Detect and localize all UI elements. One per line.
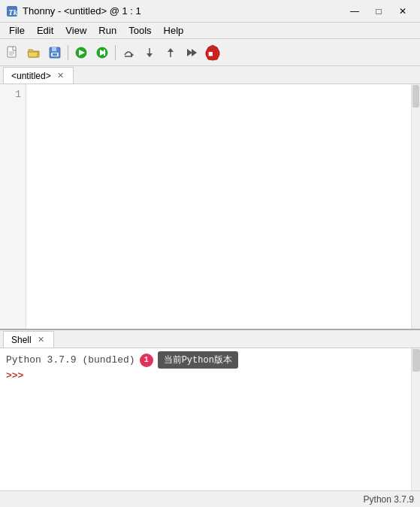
minimize-button[interactable]: — [343, 4, 366, 19]
menu-help[interactable]: Help [158, 23, 190, 38]
editor-tab-bar: <untitled> ✕ [0, 66, 420, 84]
maximize-button[interactable]: □ [367, 4, 390, 19]
shell-tab[interactable]: Shell ✕ [3, 331, 54, 348]
debug-icon [95, 46, 109, 59]
step-out-icon [164, 46, 177, 59]
shell-scrollbar-thumb[interactable] [412, 349, 420, 372]
svg-marker-22 [192, 49, 197, 56]
svg-rect-7 [52, 47, 56, 51]
status-bar: Python 3.7.9 [0, 490, 420, 507]
svg-text:■: ■ [208, 49, 213, 58]
close-button[interactable]: ✕ [391, 4, 414, 19]
shell-area: Shell ✕ Python 3.7.9 (bundled) 1 当前Pytho… [0, 329, 420, 490]
python-version-text: Python 3.7.9 (bundled) [6, 354, 135, 366]
shell-prompt-line: >>> [6, 370, 405, 381]
new-file-icon [6, 46, 20, 59]
code-content[interactable] [26, 84, 411, 329]
editor-tab-untitled[interactable]: <untitled> ✕ [3, 67, 74, 83]
shell-scrollbar-vertical[interactable] [411, 348, 420, 490]
separator-1 [68, 45, 68, 60]
step-out-button[interactable] [161, 43, 180, 62]
resume-button[interactable] [182, 43, 201, 62]
step-into-button[interactable] [140, 43, 159, 62]
menu-run[interactable]: Run [92, 23, 122, 38]
debug-button[interactable] [92, 43, 112, 62]
editor-scrollbar-vertical[interactable] [411, 84, 420, 329]
code-editor: 1 [0, 84, 420, 329]
open-file-button[interactable] [24, 43, 44, 62]
line-numbers: 1 [0, 84, 26, 329]
svg-marker-18 [147, 53, 153, 57]
version-badge[interactable]: 1 [140, 354, 153, 367]
app-icon: Tk [6, 5, 18, 17]
step-into-icon [143, 46, 156, 59]
shell-tab-close[interactable]: ✕ [36, 335, 46, 345]
resume-icon [185, 46, 198, 59]
line-number-1: 1 [0, 87, 21, 102]
title-bar: Tk Thonny - <untitled> @ 1 : 1 — □ ✕ [0, 0, 420, 23]
save-button[interactable] [45, 43, 65, 62]
svg-marker-21 [187, 49, 192, 56]
open-file-icon [27, 46, 41, 59]
shell-tab-label: Shell [11, 335, 32, 345]
new-file-button[interactable] [3, 43, 23, 62]
menu-tools[interactable]: Tools [122, 23, 157, 38]
tooltip-box: 当前Python版本 [158, 351, 238, 369]
save-icon [48, 46, 62, 59]
editor-tab-label: <untitled> [11, 71, 51, 81]
title-text: Thonny - <untitled> @ 1 : 1 [23, 5, 141, 17]
menu-edit[interactable]: Edit [31, 23, 59, 38]
menu-bar: File Edit View Run Tools Help [0, 23, 420, 39]
python-version-line: Python 3.7.9 (bundled) 1 当前Python版本 [6, 351, 405, 369]
python-version-status: Python 3.7.9 [364, 494, 414, 505]
editor-scrollbar-thumb[interactable] [412, 85, 419, 108]
stop-icon: ■ [204, 44, 221, 61]
run-button[interactable] [71, 43, 91, 62]
editor-tab-close[interactable]: ✕ [56, 71, 65, 80]
title-controls: — □ ✕ [343, 4, 414, 19]
title-left: Tk Thonny - <untitled> @ 1 : 1 [6, 5, 141, 17]
step-over-icon [122, 46, 135, 59]
toolbar: ■ [0, 39, 420, 66]
editor-area: <untitled> ✕ 1 [0, 66, 420, 329]
step-over-button[interactable] [119, 43, 138, 62]
shell-tab-bar: Shell ✕ [0, 330, 420, 348]
shell-content: Python 3.7.9 (bundled) 1 当前Python版本 >>> [0, 348, 420, 490]
menu-view[interactable]: View [59, 23, 92, 38]
svg-text:Tk: Tk [8, 8, 18, 17]
shell-text[interactable]: Python 3.7.9 (bundled) 1 当前Python版本 >>> [0, 348, 411, 490]
svg-rect-9 [53, 53, 57, 56]
svg-marker-20 [168, 48, 174, 52]
separator-2 [115, 45, 116, 60]
stop-button[interactable]: ■ [203, 43, 222, 62]
shell-prompt: >>> [6, 370, 23, 381]
menu-file[interactable]: File [3, 23, 31, 38]
run-icon [74, 46, 88, 59]
